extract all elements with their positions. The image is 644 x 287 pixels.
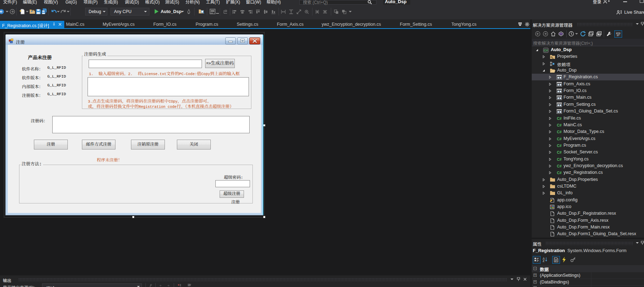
- svg-text:C#: C#: [557, 171, 562, 175]
- svg-text:C#: C#: [557, 150, 562, 154]
- svg-text:C#: C#: [557, 157, 562, 161]
- svg-text:ab: ab: [188, 284, 190, 286]
- svg-text:C#: C#: [557, 123, 562, 127]
- svg-text:C#: C#: [557, 144, 562, 148]
- svg-text:C#: C#: [557, 164, 562, 168]
- svg-text:Z: Z: [543, 259, 544, 262]
- svg-text:C#: C#: [557, 130, 562, 134]
- svg-text:C#: C#: [544, 49, 548, 52]
- svg-text:C#: C#: [557, 137, 562, 141]
- svg-text:C#: C#: [557, 116, 562, 121]
